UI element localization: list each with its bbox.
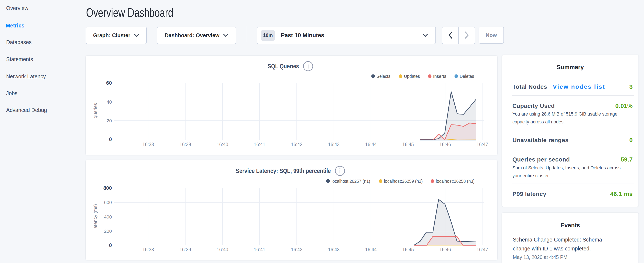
svg-text:16:45: 16:45 bbox=[402, 247, 414, 252]
svg-text:16:44: 16:44 bbox=[365, 141, 377, 147]
svg-text:16:41: 16:41 bbox=[254, 141, 265, 147]
svg-text:Deletes: Deletes bbox=[460, 74, 474, 79]
svg-text:queries: queries bbox=[93, 103, 98, 118]
svg-text:localhost:26257 (n1): localhost:26257 (n1) bbox=[332, 178, 370, 184]
svg-text:16:42: 16:42 bbox=[291, 141, 302, 147]
svg-text:800: 800 bbox=[103, 185, 112, 191]
svg-text:200: 200 bbox=[104, 228, 112, 234]
svg-text:16:43: 16:43 bbox=[328, 141, 340, 147]
svg-text:16:39: 16:39 bbox=[180, 141, 191, 147]
svg-text:16:41: 16:41 bbox=[254, 247, 265, 252]
svg-text:Inserts: Inserts bbox=[433, 74, 446, 79]
svg-text:0: 0 bbox=[109, 136, 112, 142]
svg-text:60: 60 bbox=[106, 80, 112, 86]
svg-text:16:43: 16:43 bbox=[328, 247, 340, 252]
svg-text:16:38: 16:38 bbox=[142, 247, 154, 252]
svg-text:16:47: 16:47 bbox=[476, 247, 488, 252]
svg-text:20: 20 bbox=[107, 118, 112, 123]
svg-text:16:42: 16:42 bbox=[291, 247, 302, 252]
svg-text:600: 600 bbox=[104, 200, 112, 205]
svg-text:SQL Queries: SQL Queries bbox=[268, 63, 299, 70]
svg-text:16:40: 16:40 bbox=[217, 141, 228, 147]
svg-text:16:44: 16:44 bbox=[365, 247, 377, 252]
svg-text:40: 40 bbox=[107, 99, 112, 105]
svg-text:16:38: 16:38 bbox=[142, 141, 154, 147]
svg-text:Service Latency: SQL, 99th per: Service Latency: SQL, 99th percentile bbox=[236, 167, 331, 174]
svg-text:16:40: 16:40 bbox=[217, 247, 228, 252]
svg-text:16:39: 16:39 bbox=[180, 247, 191, 252]
svg-text:16:45: 16:45 bbox=[402, 141, 414, 147]
svg-text:Selects: Selects bbox=[376, 74, 390, 79]
svg-text:16:46: 16:46 bbox=[440, 247, 451, 252]
svg-text:16:47: 16:47 bbox=[476, 141, 488, 147]
svg-text:latency (ms): latency (ms) bbox=[93, 204, 98, 229]
svg-text:Updates: Updates bbox=[404, 74, 420, 79]
svg-text:400: 400 bbox=[104, 214, 112, 220]
svg-text:0: 0 bbox=[109, 242, 112, 248]
svg-text:localhost:26259 (n2): localhost:26259 (n2) bbox=[384, 178, 423, 184]
svg-text:16:46: 16:46 bbox=[440, 141, 451, 147]
svg-text:localhost:26258 (n3): localhost:26258 (n3) bbox=[436, 178, 474, 184]
